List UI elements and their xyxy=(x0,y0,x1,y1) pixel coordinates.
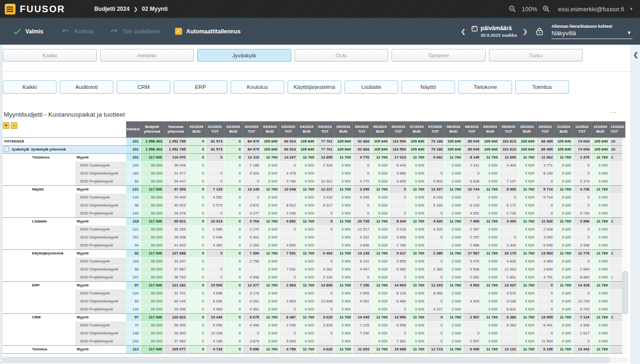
cell-month-bud[interactable]: 3 920 xyxy=(261,194,279,202)
zoom-out-icon[interactable] xyxy=(509,5,516,13)
location-filter-tampere[interactable]: Tampere xyxy=(392,49,486,62)
cell-month-bud[interactable]: 3 920 xyxy=(518,226,536,234)
cell-month-bud[interactable]: 11 760 xyxy=(408,346,426,354)
cell-month-bud[interactable]: 11 760 xyxy=(554,346,573,354)
cell-month-bud[interactable]: 0 xyxy=(224,298,242,306)
expand-all-button[interactable]: + xyxy=(3,122,9,129)
cell-month-bud[interactable]: 0 xyxy=(187,322,206,330)
cell-month-bud[interactable]: 0 xyxy=(224,306,242,314)
cell-month-bud[interactable]: 3 920 xyxy=(408,266,426,274)
cell-month-bud[interactable]: 3 920 xyxy=(261,162,279,170)
cell-month-bud[interactable]: 11 760 xyxy=(261,186,279,194)
cell-month-bud[interactable]: 3 920 xyxy=(481,258,499,266)
cell-month-bud[interactable]: 0 xyxy=(187,194,206,202)
cell-month-bud[interactable]: 3 920 xyxy=(261,170,279,178)
cell-month-bud[interactable]: 105 840 xyxy=(481,138,499,146)
cell-month-bud[interactable]: 3 920 xyxy=(334,322,352,330)
cell-month-bud[interactable]: 3 920 xyxy=(261,306,279,314)
cell-month-bud[interactable]: 3 920 xyxy=(518,234,536,242)
cell-month-bud[interactable]: 3 920 xyxy=(481,274,499,282)
cell-month-bud[interactable]: 105 840 xyxy=(261,146,279,154)
cell-month-bud[interactable]: 3 920 xyxy=(518,202,536,210)
cell-month-bud[interactable]: 105 840 xyxy=(408,138,426,146)
cell-month-bud[interactable]: 3 920 xyxy=(554,162,573,170)
cell-month-bud[interactable]: 3 920 xyxy=(481,298,499,306)
cell-month-bud[interactable]: 3 920 xyxy=(408,258,426,266)
cell-month-bud[interactable]: 3 920 xyxy=(334,226,352,234)
breadcrumb-item-page[interactable]: 02 Myynti xyxy=(142,6,168,12)
cell-month-bud[interactable]: 3 920 xyxy=(261,274,279,282)
cell-month-bud[interactable]: 11 760 xyxy=(481,282,499,290)
cell-month-bud[interactable]: 3 920 xyxy=(444,226,463,234)
cell-month-bud[interactable]: 0 xyxy=(224,218,242,226)
cell-month-bud[interactable]: 11 760 xyxy=(481,218,499,226)
autosave-checkbox[interactable]: ✓ xyxy=(175,28,182,35)
cell-month-bud[interactable]: 3 920 xyxy=(444,210,463,218)
cell-month-bud[interactable]: 3 920 xyxy=(518,330,536,338)
cell-month-bud[interactable]: 0 xyxy=(187,346,206,354)
cell-month-bud[interactable]: 11 760 xyxy=(518,154,536,162)
cell-month-bud[interactable]: 3 920 xyxy=(518,178,536,186)
cell-month-bud[interactable]: 3 920 xyxy=(334,306,352,314)
cell-month-bud[interactable]: 3 920 xyxy=(554,226,573,234)
cell-month-bud[interactable]: 3 920 xyxy=(334,178,352,186)
cell-month-bud[interactable]: 0 xyxy=(224,186,242,194)
cell-month-bud[interactable]: 105 840 xyxy=(261,138,279,146)
cell-month-bud[interactable]: 3 920 xyxy=(481,210,499,218)
cell-month-bud[interactable]: 0 xyxy=(187,338,206,346)
cell-month-bud[interactable]: 105 840 xyxy=(297,146,316,154)
cell-month-bud[interactable]: 3 920 xyxy=(518,290,536,298)
cell-month-bud[interactable]: 3 920 xyxy=(481,202,499,210)
cell-month-bud[interactable]: 3 920 xyxy=(408,274,426,282)
cell-month-bud[interactable]: 11 760 xyxy=(591,282,609,290)
cell-month-bud[interactable]: 0 xyxy=(187,234,206,242)
cell-month-bud[interactable]: 11 760 xyxy=(481,250,499,258)
cell-month-bud[interactable]: 11 760 xyxy=(554,154,573,162)
cell-month-bud[interactable]: 3 920 xyxy=(554,178,573,186)
cell-month-bud[interactable]: 3 920 xyxy=(334,234,352,242)
cell-month-bud[interactable]: 3 920 xyxy=(297,210,316,218)
left-collapsed-panel[interactable] xyxy=(0,45,2,364)
cell-month-bud[interactable]: 105 840 xyxy=(591,138,609,146)
cell-month-bud[interactable]: 0 xyxy=(224,154,242,162)
cell-month-bud[interactable]: 11 760 xyxy=(481,314,499,322)
cell-month-bud[interactable]: 3 920 xyxy=(444,170,463,178)
vertical-scrollbar-thumb[interactable] xyxy=(622,271,628,314)
cell-month-bud[interactable]: 0 xyxy=(224,234,242,242)
cell-month-bud[interactable]: 0 xyxy=(187,314,206,322)
cell-month-bud[interactable]: 11 760 xyxy=(371,250,389,258)
cell-month-bud[interactable]: 3 920 xyxy=(297,226,316,234)
cell-month-bud[interactable]: 0 xyxy=(187,178,206,186)
cell-month-bud[interactable]: 105 840 xyxy=(554,138,573,146)
cell-month-bud[interactable]: 3 920 xyxy=(591,298,609,306)
cell-month-bud[interactable]: 3 920 xyxy=(591,330,609,338)
cell-month-bud[interactable]: 3 920 xyxy=(408,306,426,314)
cell-month-bud[interactable]: 11 760 xyxy=(518,218,536,226)
cell-month-bud[interactable]: 11 760 xyxy=(297,218,316,226)
cell-month-bud[interactable]: 3 920 xyxy=(297,298,316,306)
cell-month-bud[interactable]: 3 920 xyxy=(297,162,316,170)
cell-month-bud[interactable]: 0 xyxy=(224,338,242,346)
cell-month-bud[interactable]: 3 920 xyxy=(518,306,536,314)
cell-month-bud[interactable]: 0 xyxy=(224,282,242,290)
cell-month-bud[interactable]: 3 920 xyxy=(591,306,609,314)
cell-month-bud[interactable]: 3 920 xyxy=(591,234,609,242)
cell-month-bud[interactable]: 3 920 xyxy=(554,210,573,218)
cell-month-bud[interactable]: 0 xyxy=(224,242,242,250)
cell-month-bud[interactable]: 3 920 xyxy=(371,266,389,274)
cell-month-bud[interactable]: 0 xyxy=(187,274,206,282)
cell-month-bud[interactable]: 0 xyxy=(224,258,242,266)
cell-month-bud[interactable]: 11 760 xyxy=(261,282,279,290)
cell-month-bud[interactable]: 0 xyxy=(187,330,206,338)
cell-month-bud[interactable]: 3 920 xyxy=(297,274,316,282)
cell-month-bud[interactable]: 11 760 xyxy=(261,250,279,258)
product-filter-koulutus[interactable]: Koulutus xyxy=(231,80,284,94)
cell-month-bud[interactable]: 3 920 xyxy=(444,258,463,266)
cell-month-bud[interactable]: 3 920 xyxy=(554,306,573,314)
cell-month-bud[interactable]: 3 920 xyxy=(554,258,573,266)
cell-month-bud[interactable]: 3 920 xyxy=(554,322,573,330)
cell-month-bud[interactable]: 3 920 xyxy=(408,226,426,234)
horizontal-scrollbar[interactable] xyxy=(1,357,629,363)
cell-month-bud[interactable]: 3 920 xyxy=(297,194,316,202)
cell-month-bud[interactable]: 3 920 xyxy=(518,258,536,266)
